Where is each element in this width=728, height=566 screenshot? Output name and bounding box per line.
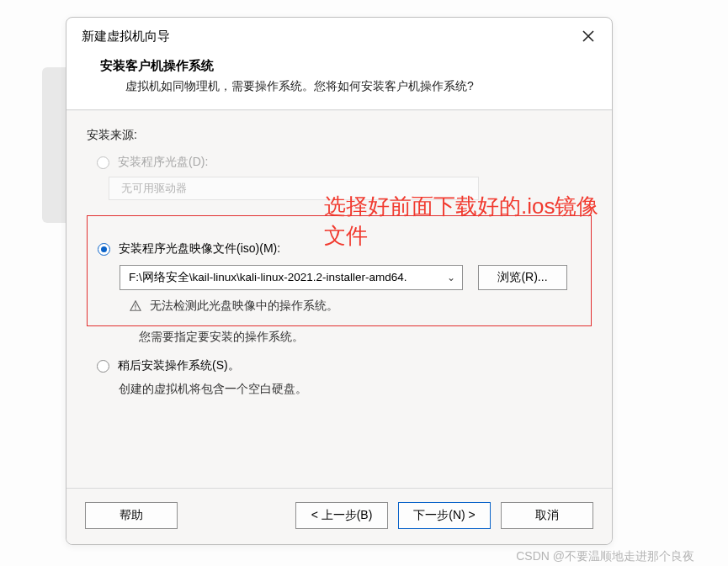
warning-icon [130,300,141,312]
close-icon [582,30,594,42]
radio-icon [97,360,109,373]
help-button[interactable]: 帮助 [85,502,178,529]
chevron-down-icon: ⌄ [447,272,455,283]
dialog-title: 新建虚拟机向导 [82,29,170,45]
iso-path-value: F:\网络安全\kail-linux\kali-linux-2021.2-ins… [129,270,407,285]
radio-later-label: 稍后安装操作系统(S)。 [118,358,240,373]
radio-later[interactable]: 稍后安装操作系统(S)。 [97,358,592,373]
dialog-footer: 帮助 < 上一步(B) 下一步(N) > 取消 [66,488,612,544]
title-bar: 新建虚拟机向导 [66,18,612,53]
iso-note: 您需要指定要安装的操作系统。 [139,330,592,345]
header-block: 安装客户机操作系统 虚拟机如同物理机，需要操作系统。您将如何安装客户机操作系统? [66,53,612,110]
back-button-label: < 上一步(B) [311,508,373,523]
page-subheading: 虚拟机如同物理机，需要操作系统。您将如何安装客户机操作系统? [100,79,578,94]
radio-disc-label: 安装程序光盘(D): [118,155,208,170]
iso-warning-text: 无法检测此光盘映像中的操作系统。 [150,299,338,314]
radio-icon [98,243,110,256]
close-button[interactable] [580,28,597,45]
page-heading: 安装客户机操作系统 [100,58,578,74]
browse-button[interactable]: 浏览(R)... [478,265,567,290]
disc-drive-placeholder: 无可用驱动器 [121,181,187,196]
cancel-button[interactable]: 取消 [501,502,593,529]
cancel-button-label: 取消 [535,508,559,523]
radio-icon [97,156,109,169]
help-button-label: 帮助 [120,508,143,523]
back-button[interactable]: < 上一步(B) [295,502,388,529]
radio-iso-label: 安装程序光盘映像文件(iso)(M): [119,241,280,257]
browse-button-label: 浏览(R)... [497,270,547,285]
svg-point-1 [135,309,136,310]
source-label: 安装来源: [87,128,592,143]
later-note: 创建的虚拟机将包含一个空白硬盘。 [119,382,592,397]
dialog-body: 安装来源: 安装程序光盘(D): 无可用驱动器 安装程序光盘映像文件(iso)(… [66,110,612,488]
iso-warning: 无法检测此光盘映像中的操作系统。 [130,299,581,314]
wizard-dialog: 新建虚拟机向导 安装客户机操作系统 虚拟机如同物理机，需要操作系统。您将如何安装… [66,17,613,545]
iso-path-combo[interactable]: F:\网络安全\kail-linux\kali-linux-2021.2-ins… [120,265,463,290]
annotation-highlight: 安装程序光盘映像文件(iso)(M): F:\网络安全\kail-linux\k… [87,215,592,326]
radio-iso[interactable]: 安装程序光盘映像文件(iso)(M): [98,241,581,257]
next-button-label: 下一步(N) > [413,508,476,523]
watermark: CSDN @不要温顺地走进那个良夜 [516,549,694,564]
next-button[interactable]: 下一步(N) > [398,502,491,529]
radio-disc: 安装程序光盘(D): [97,155,592,170]
disc-drive-combo: 无可用驱动器 [109,177,479,200]
